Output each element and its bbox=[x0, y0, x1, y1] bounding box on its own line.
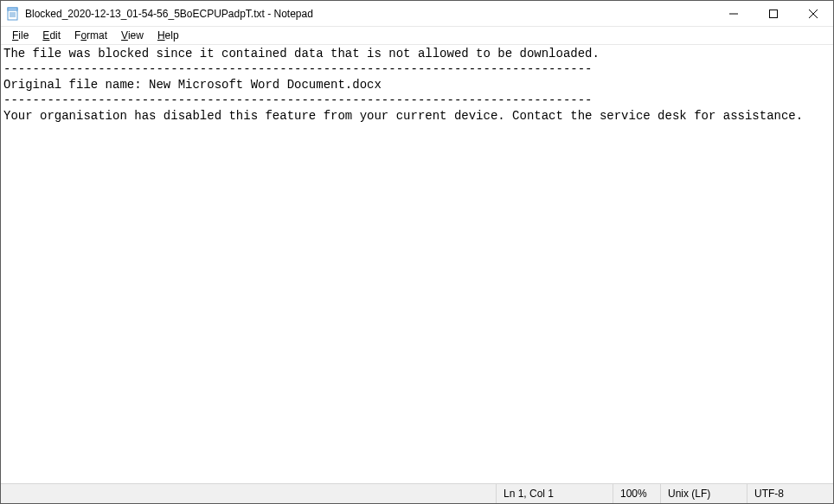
menu-bar: File Edit Format View Help bbox=[1, 27, 833, 44]
window-title: Blocked_2020-12-13_01-54-56_5BoECPUPadpT… bbox=[25, 8, 714, 20]
editor-area bbox=[1, 44, 833, 483]
menu-help-mnemonic: H bbox=[157, 29, 165, 41]
menu-format-rest: rmat bbox=[87, 29, 107, 41]
status-line-ending: Unix (LF) bbox=[660, 484, 747, 503]
window-controls bbox=[714, 1, 833, 26]
status-cursor-position: Ln 1, Col 1 bbox=[496, 484, 613, 503]
menu-edit[interactable]: Edit bbox=[36, 29, 67, 42]
status-encoding: UTF-8 bbox=[747, 484, 833, 503]
menu-edit-rest: dit bbox=[49, 29, 61, 41]
maximize-button[interactable] bbox=[754, 1, 793, 26]
title-bar: Blocked_2020-12-13_01-54-56_5BoECPUPadpT… bbox=[1, 1, 833, 27]
menu-view-rest: iew bbox=[128, 29, 144, 41]
menu-view-mnemonic: V bbox=[121, 29, 128, 41]
menu-view[interactable]: View bbox=[115, 29, 150, 42]
menu-file-rest: ile bbox=[18, 29, 29, 41]
status-spacer bbox=[1, 484, 496, 503]
status-bar: Ln 1, Col 1 100% Unix (LF) UTF-8 bbox=[1, 483, 833, 503]
menu-help[interactable]: Help bbox=[151, 29, 185, 42]
notepad-icon bbox=[6, 7, 20, 21]
menu-help-rest: elp bbox=[165, 29, 179, 41]
menu-file[interactable]: File bbox=[6, 29, 35, 42]
status-zoom: 100% bbox=[613, 484, 660, 503]
minimize-button[interactable] bbox=[714, 1, 754, 26]
svg-rect-1 bbox=[8, 8, 17, 10]
close-button[interactable] bbox=[793, 1, 833, 26]
menu-format[interactable]: Format bbox=[68, 29, 113, 42]
text-editor[interactable] bbox=[1, 45, 833, 483]
svg-rect-6 bbox=[770, 10, 778, 17]
